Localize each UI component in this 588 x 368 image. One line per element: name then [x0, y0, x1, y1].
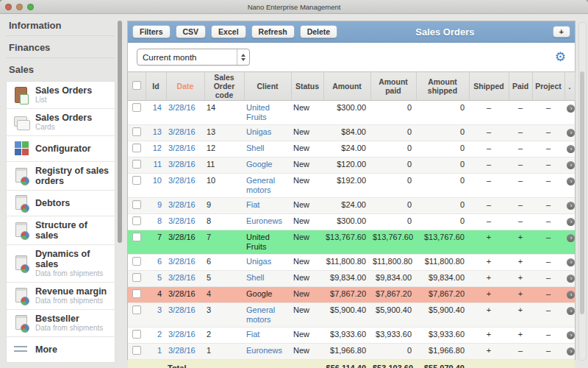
- table-row[interactable]: 93/28/169FiatNew$24.0000–––: [128, 198, 575, 214]
- column-header-amount_shipped[interactable]: Amount shipped: [416, 72, 469, 101]
- cell-id-link[interactable]: 6: [157, 257, 162, 266]
- sidebar-item-sales-orders-cards[interactable]: Sales OrdersCards: [7, 109, 115, 136]
- cell-date-link[interactable]: 3/28/16: [168, 127, 196, 136]
- cell-date-link[interactable]: 3/28/16: [168, 144, 196, 152]
- open-row-icon[interactable]: [567, 129, 575, 137]
- column-header-status[interactable]: Status: [291, 72, 323, 101]
- column-header-sel[interactable]: [128, 72, 146, 101]
- cell-client-link[interactable]: Fiat: [246, 200, 259, 209]
- cell-client-link[interactable]: Euronews: [246, 216, 282, 225]
- sidebar-item-debtors[interactable]: Debtors: [7, 191, 115, 216]
- cell-id-link[interactable]: 13: [153, 127, 162, 136]
- csv-button[interactable]: CSV: [176, 25, 207, 38]
- sidebar-item-dynamics-of-sales-data-from-shipments[interactable]: Dynamics of salesData from shipments: [7, 245, 115, 283]
- cell-client-link[interactable]: Google: [246, 160, 272, 169]
- row-checkbox[interactable]: [132, 127, 141, 136]
- cell-client-link[interactable]: Unigas: [246, 127, 271, 136]
- cell-date-link[interactable]: 3/28/16: [168, 160, 196, 169]
- cell-date-link[interactable]: 3/28/16: [168, 103, 196, 112]
- row-checkbox[interactable]: [132, 330, 141, 339]
- minimize-window-icon[interactable]: [16, 4, 23, 10]
- cell-date-link[interactable]: 3/28/16: [168, 233, 196, 241]
- open-row-icon[interactable]: [567, 347, 575, 355]
- select-all-checkbox[interactable]: [132, 81, 141, 90]
- column-header-amount_paid[interactable]: Amount paid: [370, 72, 416, 101]
- cell-date-link[interactable]: 3/28/16: [168, 176, 196, 185]
- sidebar-item-registry-of-sales-orders[interactable]: Registry of sales orders: [7, 162, 115, 191]
- cell-client-link[interactable]: Shell: [246, 144, 264, 152]
- cell-client-link[interactable]: Google: [246, 289, 272, 298]
- sidebar-scrollbar-thumb[interactable]: [118, 21, 122, 243]
- open-row-icon[interactable]: [567, 258, 575, 266]
- cell-date-link[interactable]: 3/28/16: [168, 216, 196, 225]
- cell-client-link[interactable]: United Fruits: [246, 103, 270, 121]
- cell-client-link[interactable]: General motors: [246, 176, 275, 194]
- cell-id-link[interactable]: 1: [157, 346, 162, 355]
- delete-button[interactable]: Delete: [300, 25, 338, 38]
- row-checkbox[interactable]: [132, 200, 141, 209]
- table-row[interactable]: 133/28/1613UnigasNew$84.0000–––: [128, 125, 575, 141]
- column-header-more[interactable]: .: [564, 72, 575, 101]
- open-row-icon[interactable]: [567, 307, 575, 315]
- cell-date-link[interactable]: 3/28/16: [168, 273, 196, 282]
- row-checkbox[interactable]: [132, 305, 141, 314]
- sidebar-section-information[interactable]: Information: [0, 14, 116, 35]
- sidebar-item-configurator[interactable]: Configurator: [7, 136, 115, 162]
- table-row[interactable]: 23/28/162FiatNew$3,933.60$3,933.60$3,933…: [128, 328, 575, 344]
- cell-id-link[interactable]: 5: [157, 273, 162, 282]
- row-checkbox[interactable]: [132, 257, 141, 266]
- row-checkbox[interactable]: [132, 216, 141, 225]
- cell-id-link[interactable]: 14: [153, 103, 162, 112]
- cell-date-link[interactable]: 3/28/16: [168, 346, 196, 355]
- cell-date-link[interactable]: 3/28/16: [168, 257, 196, 266]
- open-row-icon[interactable]: [567, 331, 575, 339]
- zoom-window-icon[interactable]: [27, 4, 34, 10]
- sidebar-item-more[interactable]: More: [7, 337, 115, 362]
- table-row[interactable]: 123/28/1612ShellNew$24.0000–––: [128, 141, 575, 158]
- open-row-icon[interactable]: [567, 177, 575, 185]
- open-row-icon[interactable]: [567, 105, 575, 113]
- sidebar-item-bestseller-data-from-shipments[interactable]: BestsellerData from shipments: [7, 310, 115, 337]
- table-row[interactable]: 33/28/163General motorsNew$5,900.40$5,90…: [128, 303, 575, 328]
- open-row-icon[interactable]: [567, 275, 575, 283]
- row-checkbox[interactable]: [132, 289, 141, 298]
- excel-button[interactable]: Excel: [211, 25, 245, 38]
- table-scrollbar-thumb[interactable]: [580, 71, 584, 314]
- row-checkbox[interactable]: [132, 103, 141, 112]
- row-checkbox[interactable]: [132, 346, 141, 355]
- column-header-id[interactable]: Id: [146, 72, 166, 101]
- open-row-icon[interactable]: [567, 234, 575, 242]
- open-row-icon[interactable]: [567, 202, 575, 210]
- table-scrollbar-track[interactable]: [578, 22, 587, 361]
- row-checkbox[interactable]: [132, 273, 141, 282]
- cell-client-link[interactable]: Fiat: [246, 330, 259, 339]
- table-row[interactable]: 113/28/1611GoogleNew$120.0000–––: [128, 158, 575, 174]
- cell-id-link[interactable]: 8: [157, 216, 162, 225]
- table-row[interactable]: 83/28/168EuronewsNew$300.0000–––: [128, 214, 575, 230]
- open-row-icon[interactable]: [567, 218, 575, 226]
- cell-date-link[interactable]: 3/28/16: [168, 289, 196, 298]
- cell-client-link[interactable]: United Fruits: [246, 233, 270, 251]
- cell-id-link[interactable]: 2: [157, 330, 162, 339]
- cell-id-link[interactable]: 3: [157, 305, 162, 314]
- cell-date-link[interactable]: 3/28/16: [168, 305, 196, 314]
- column-header-shipped[interactable]: Shipped: [469, 72, 509, 101]
- cell-date-link[interactable]: 3/28/16: [168, 330, 196, 339]
- cell-client-link[interactable]: Shell: [246, 273, 264, 282]
- period-select[interactable]: Current month: [137, 49, 250, 66]
- column-header-paid[interactable]: Paid: [509, 72, 532, 101]
- open-row-icon[interactable]: [567, 291, 575, 299]
- table-row[interactable]: 103/28/1610General motorsNew$192.0000–––: [128, 174, 575, 198]
- sidebar-item-revenue-margin-data-from-shipments[interactable]: Revenue marginData from shipments: [7, 283, 115, 310]
- cell-date-link[interactable]: 3/28/16: [168, 200, 196, 209]
- column-header-date[interactable]: Date: [166, 72, 204, 101]
- row-checkbox[interactable]: [132, 176, 141, 185]
- cell-id-link[interactable]: 12: [153, 144, 162, 152]
- sidebar-section-finances[interactable]: Finances: [0, 36, 116, 57]
- table-row[interactable]: 73/28/167United FruitsNew$13,767.60$13,7…: [128, 230, 575, 255]
- sidebar-item-sales-orders-list[interactable]: Sales OrdersList: [7, 82, 115, 109]
- cell-id-link[interactable]: 10: [153, 176, 162, 185]
- open-row-icon[interactable]: [567, 145, 575, 153]
- row-checkbox[interactable]: [132, 233, 141, 241]
- add-order-button[interactable]: +: [553, 26, 570, 38]
